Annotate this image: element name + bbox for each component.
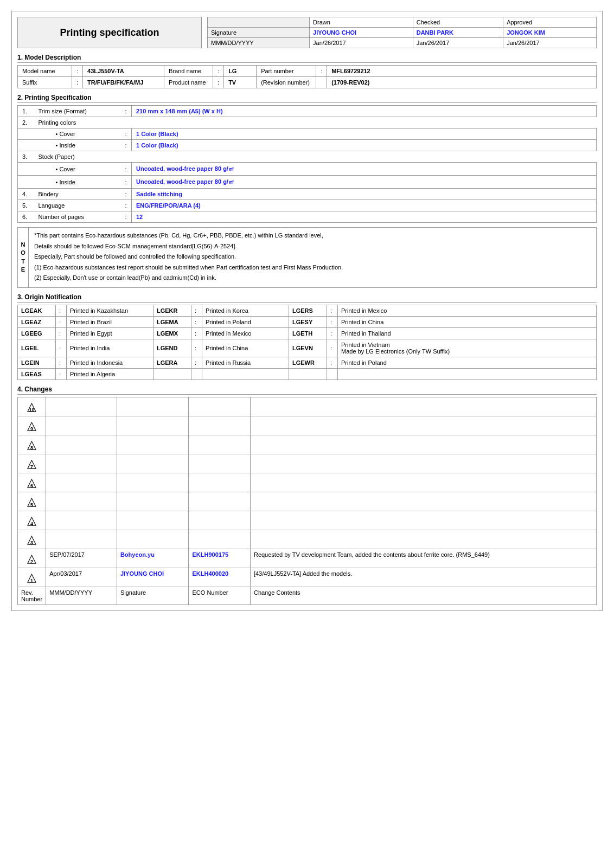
rev-9-eco: [189, 416, 250, 435]
rev-4-num: 4: [30, 521, 33, 526]
table-row: 1. Trim size (Format) : 210 mm x 148 mm …: [18, 106, 597, 117]
part-colon: :: [316, 66, 327, 77]
suffix-label: Suffix: [18, 77, 72, 88]
rev-5-content: [250, 492, 596, 511]
section2-title: 2. Printing Specification: [17, 94, 597, 103]
brand-colon: :: [213, 66, 224, 77]
rev-2-sig: Bohyeon.yu: [117, 549, 189, 568]
rev-2-num: 2: [30, 559, 33, 564]
note-line-5: (2) Especially, Don't use or contain lea…: [34, 273, 591, 282]
spec-label-inside2: • Inside: [34, 176, 121, 189]
origin-code-1-3: LGERS: [289, 305, 327, 316]
changes-table: △ 10 △ 9 △: [17, 397, 597, 605]
table-row: △ 7: [18, 454, 597, 473]
origin-code-6-1: LGEAS: [18, 368, 56, 380]
spec-colon-5: :: [121, 200, 132, 211]
origin-sep-6-2: [191, 368, 202, 380]
table-row: △ 5: [18, 492, 597, 511]
revision-colon: [316, 77, 327, 88]
note-t: T: [21, 258, 25, 266]
origin-code-4-3: LGEVN: [289, 339, 327, 357]
header-checked: Checked: [413, 17, 503, 28]
spec-colon-cover: :: [121, 128, 132, 140]
rev-2-eco: EKLH900175: [189, 549, 250, 568]
spec-label-1: Trim size (Format): [34, 106, 121, 117]
rev-6-num: 6: [30, 483, 33, 488]
table-row: △ 10: [18, 397, 597, 416]
header-table: Drawn Checked Approved Signature JIYOUNG…: [207, 17, 597, 48]
origin-val-2-3: Printed in China: [338, 316, 597, 327]
origin-val-3-3: Printed in Thailand: [338, 327, 597, 339]
spec-num-3: 3.: [18, 151, 34, 163]
rev-7-eco: [189, 454, 250, 473]
rev-5-sig: [117, 492, 189, 511]
rev-3-num: 3: [30, 540, 33, 545]
suffix-value: TR/FU/FB/FK/FA/MJ: [83, 77, 164, 88]
brand-label: Brand name: [164, 66, 213, 77]
changes-header-content: Change Contents: [250, 587, 596, 605]
table-row: △ 6: [18, 473, 597, 492]
origin-val-3-1: Printed in Egypt: [67, 327, 154, 339]
rev-10-content: [250, 397, 596, 416]
header-section: Printing specification Drawn Checked App…: [17, 17, 597, 48]
origin-sep-1-1: :: [56, 305, 67, 316]
origin-sep-4-1: :: [56, 339, 67, 357]
rev-1-sig: JIYOUNG CHOI: [117, 568, 189, 587]
rev-10-eco: [189, 397, 250, 416]
rev-6-sig: [117, 473, 189, 492]
rev-4-cell: △ 4: [18, 511, 46, 530]
part-label: Part number: [257, 66, 316, 77]
note-line-2: Details should be followed Eco-SCM manag…: [34, 242, 591, 251]
title-box: Printing specification: [17, 17, 202, 48]
origin-val-4-2: Printed in China: [202, 339, 289, 357]
origin-code-3-3: LGETH: [289, 327, 327, 339]
rev-1-num: 1: [30, 578, 33, 583]
origin-val-5-1: Printed in Indonesia: [67, 357, 154, 368]
spec-num-1: 1.: [18, 106, 34, 117]
changes-header-row: Rev. Number MMM/DD/YYYY Signature ECO Nu…: [18, 587, 597, 605]
spec-num-cover2: [18, 163, 34, 176]
rev-5-date: [46, 492, 117, 511]
header-table-wrap: Drawn Checked Approved Signature JIYOUNG…: [207, 17, 597, 48]
rev-2-date: SEP/07/2017: [46, 549, 117, 568]
spec-label-cover2: • Cover: [34, 163, 121, 176]
spec-num-inside2: [18, 176, 34, 189]
note-sidebar: N O T E: [18, 228, 29, 287]
rev-2-content: Requested by TV development Team, added …: [250, 549, 596, 568]
table-row: △ 1 Apr/03/2017 JIYOUNG CHOI EKLH400020 …: [18, 568, 597, 587]
section4-title: 4. Changes: [17, 385, 597, 395]
page-wrapper: Printing specification Drawn Checked App…: [11, 11, 603, 611]
spec-colon-4: :: [121, 189, 132, 200]
rev-6-eco: [189, 473, 250, 492]
spec-label-2: Printing colors: [34, 117, 597, 128]
changes-header-date: MMM/DD/YYYY: [46, 587, 117, 605]
spec-value-inside2: Uncoated, wood-free paper 80 g/㎡: [132, 176, 597, 189]
rev-10-sig: [117, 397, 189, 416]
rev-5-eco: [189, 492, 250, 511]
table-row: • Inside : Uncoated, wood-free paper 80 …: [18, 176, 597, 189]
spec-value-6: 12: [132, 211, 597, 223]
changes-header-eco: ECO Number: [189, 587, 250, 605]
origin-val-1-2: Printed in Korea: [202, 305, 289, 316]
model-name-value: 43LJ550V-TA: [83, 66, 164, 77]
model-colon: :: [72, 66, 83, 77]
rev-6-content: [250, 473, 596, 492]
table-row: △ 9: [18, 416, 597, 435]
rev-9-sig: [117, 416, 189, 435]
origin-sep-2-3: :: [327, 316, 338, 327]
spec-value-cover: 1 Color (Black): [132, 128, 597, 140]
rev-3-eco: [189, 530, 250, 549]
table-row: 6. Number of pages : 12: [18, 211, 597, 223]
header-empty: [208, 17, 310, 28]
header-date-drawn: Jan/26/2017: [310, 38, 413, 48]
origin-code-5-2: LGERA: [154, 357, 191, 368]
product-label: Product name: [164, 77, 213, 88]
spec-colon-6: :: [121, 211, 132, 223]
rev-7-num: 7: [30, 464, 33, 470]
table-row: △ 3: [18, 530, 597, 549]
origin-sep-1-2: :: [191, 305, 202, 316]
origin-code-3-1: LGEEG: [18, 327, 56, 339]
rev-7-sig: [117, 454, 189, 473]
note-content: *This part contains Eco-hazardous substa…: [29, 228, 596, 287]
spec-num-2: 2.: [18, 117, 34, 128]
